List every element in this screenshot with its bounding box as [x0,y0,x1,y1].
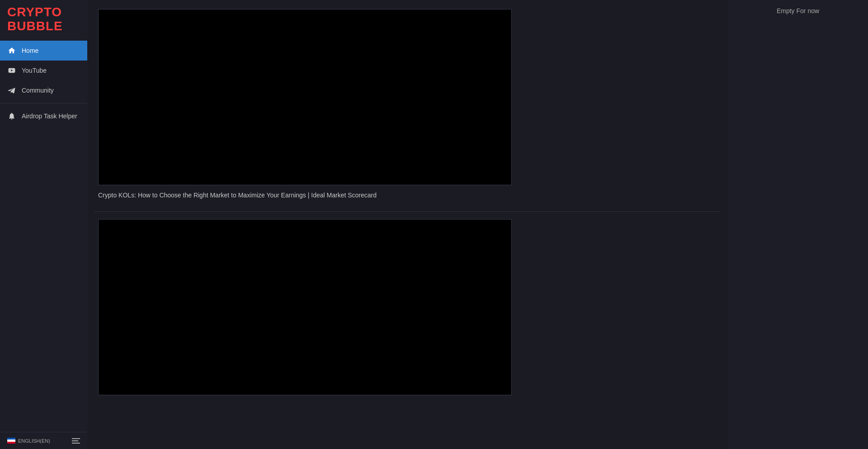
sidebar: CRYPTO BUBBLE Home YouTube [0,0,87,449]
video-separator [94,211,721,212]
sidebar-item-community-label: Community [22,87,54,94]
language-label: ENGLISH(EN) [18,438,50,444]
video-card-1: Crypto KOLs: How to Choose the Right Mar… [94,5,721,204]
video-title-1: Crypto KOLs: How to Choose the Right Mar… [98,190,717,201]
sidebar-item-community[interactable]: Community [0,80,87,100]
video-title-2 [98,400,717,403]
sidebar-footer: ENGLISH(EN) [0,432,87,449]
menu-toggle[interactable] [72,438,80,444]
logo: CRYPTO BUBBLE [7,5,80,33]
video-player-2[interactable] [98,219,512,395]
uk-flag-icon [7,438,15,444]
language-selector[interactable]: ENGLISH(EN) [7,438,50,444]
video-player-1[interactable] [98,9,512,185]
sidebar-item-home[interactable]: Home [0,41,87,61]
right-panel-empty-label: Empty For now [735,7,861,14]
sidebar-item-airdrop[interactable]: Airdrop Task Helper [0,106,87,126]
sidebar-item-home-label: Home [22,47,38,54]
nav-section: Home YouTube Community [0,41,87,100]
bell-icon [7,112,16,121]
sidebar-item-youtube[interactable]: YouTube [0,61,87,80]
youtube-icon [7,66,16,75]
right-panel: Empty For now [728,0,868,449]
nav-divider [0,103,87,103]
logo-area: CRYPTO BUBBLE [0,0,87,39]
main-content: Crypto KOLs: How to Choose the Right Mar… [87,0,728,449]
telegram-icon [7,86,16,95]
home-icon [7,46,16,55]
sidebar-item-airdrop-label: Airdrop Task Helper [22,112,77,120]
video-card-2 [94,215,721,407]
sidebar-item-youtube-label: YouTube [22,67,47,74]
